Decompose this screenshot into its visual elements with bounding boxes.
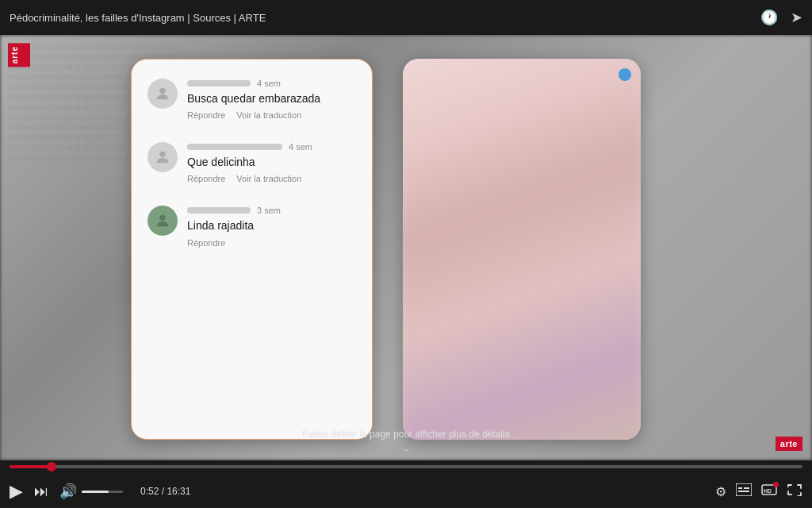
comment-actions-3: Répondre [187,238,356,248]
subtitles-button[interactable] [736,483,752,499]
arte-logo-br: arte [776,437,802,451]
fullscreen-button[interactable] [787,483,802,499]
arte-logo-left: arte [8,43,30,67]
scroll-arrow-icon: ⌄ [401,441,411,454]
svg-rect-5 [744,487,749,489]
time-display: 0:52 / 16:31 [140,486,190,497]
comments-phone: 4 sem Busca quedar embarazada Répondre V… [131,59,373,440]
volume-control[interactable]: 🔊 [59,483,123,500]
comment-meta-1: 4 sem [187,79,356,88]
total-time: 16:31 [167,486,190,497]
volume-icon[interactable]: 🔊 [59,483,77,500]
avatar-1 [147,79,178,109]
play-button[interactable]: ▶ [10,481,23,502]
history-icon[interactable]: 🕐 [760,9,778,26]
video-area: 0100101010101001011010100101011010010101… [0,35,812,460]
blurred-image [403,59,641,440]
comment-content-3: 3 sem Linda rajadita Répondre [187,206,356,247]
progress-fill [10,465,52,468]
image-phone [403,59,641,440]
comment-text-1: Busca quedar embarazada [187,91,356,106]
scroll-hint: Faites défiler la page pour afficher plu… [302,429,509,454]
comment-username-2 [187,144,282,150]
controls-bar: ▶ ⏭ 🔊 0:52 / 16:31 ⚙ [0,460,812,508]
volume-fill [82,491,109,493]
person-icon [154,85,171,102]
controls-right: ⚙ HD [715,483,802,499]
reply-btn-2[interactable]: Répondre [187,174,225,183]
comment-text-3: Linda rajadita [187,218,356,233]
comment-time-3: 3 sem [257,206,281,215]
controls-row: ▶ ⏭ 🔊 0:52 / 16:31 ⚙ [10,481,802,502]
svg-text:HD: HD [764,488,772,494]
reply-btn-3[interactable]: Répondre [187,238,225,248]
translate-btn-2[interactable]: Voir la traduction [236,174,301,183]
svg-point-1 [159,152,165,157]
page-title: Pédocriminalité, les failles d'Instagram… [10,12,760,24]
comment-actions-2: Répondre Voir la traduction [187,174,356,183]
translate-btn-1[interactable]: Voir la traduction [236,110,301,120]
comment-username-1 [187,80,251,87]
scroll-hint-text: Faites défiler la page pour afficher plu… [302,429,509,440]
share-icon[interactable]: ➤ [791,9,802,26]
svg-rect-4 [738,487,742,489]
comment-meta-2: 4 sem [187,142,356,152]
avatar-3 [147,206,178,236]
progress-bar[interactable] [10,465,802,468]
notification-dot [619,68,631,81]
comment-actions-1: Répondre Voir la traduction [187,110,356,120]
comment-time-1: 4 sem [257,79,281,88]
settings-button[interactable]: ⚙ [715,484,726,499]
svg-point-2 [159,215,165,221]
controls-left: ▶ ⏭ 🔊 0:52 / 16:31 [10,481,190,502]
skip-next-button[interactable]: ⏭ [34,483,48,500]
svg-rect-6 [738,491,749,492]
comment-item-2: 4 sem Que delicinha Répondre Voir la tra… [147,142,356,183]
title-bar: Pédocriminalité, les failles d'Instagram… [0,0,812,35]
title-icons: 🕐 ➤ [760,9,802,26]
comment-text-2: Que delicinha [187,155,356,169]
comment-content-1: 4 sem Busca quedar embarazada Répondre V… [187,79,356,120]
person-icon-3 [154,212,171,229]
comment-time-2: 4 sem [289,142,312,152]
svg-point-0 [159,88,165,94]
quality-button[interactable]: HD [761,483,777,499]
avatar-2 [147,142,178,172]
comment-content-2: 4 sem Que delicinha Répondre Voir la tra… [187,142,356,183]
comment-meta-3: 3 sem [187,206,356,215]
comment-item-1: 4 sem Busca quedar embarazada Répondre V… [147,79,356,120]
time-separator: / [159,486,167,497]
reply-btn-1[interactable]: Répondre [187,110,225,120]
progress-dot [47,462,56,471]
volume-bar[interactable] [82,491,123,493]
current-time: 0:52 [140,486,159,497]
comment-username-3 [187,207,251,214]
comment-item-3: 3 sem Linda rajadita Répondre [147,206,356,247]
svg-rect-3 [736,483,752,496]
person-icon-2 [154,148,171,166]
